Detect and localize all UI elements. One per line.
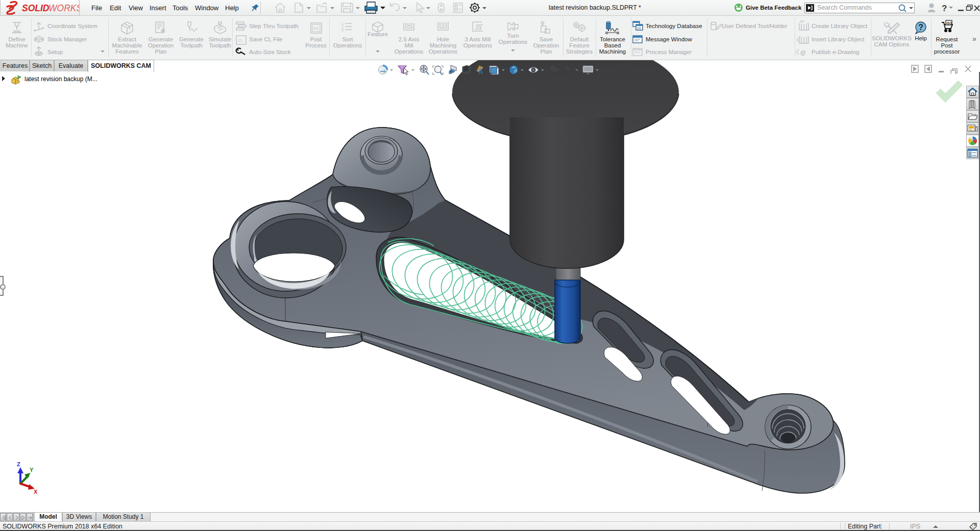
- svg-text:latest revision backup (M...: latest revision backup (M...: [24, 75, 97, 83]
- svg-text:e: e: [800, 47, 806, 58]
- svg-text:Y: Y: [30, 467, 34, 473]
- svg-text:G1: G1: [313, 26, 319, 31]
- svg-text:X: X: [34, 489, 38, 495]
- svg-text:A: A: [479, 68, 483, 75]
- svg-text:CL: CL: [238, 38, 243, 43]
- svg-text:Z: Z: [17, 461, 20, 467]
- svg-text:SOLID: SOLID: [22, 3, 50, 13]
- svg-text:3: 3: [341, 28, 344, 32]
- svg-text:?: ?: [942, 4, 947, 13]
- svg-text:?: ?: [918, 23, 923, 32]
- svg-text:WORKS: WORKS: [48, 3, 79, 13]
- svg-text:G1: G1: [947, 21, 952, 26]
